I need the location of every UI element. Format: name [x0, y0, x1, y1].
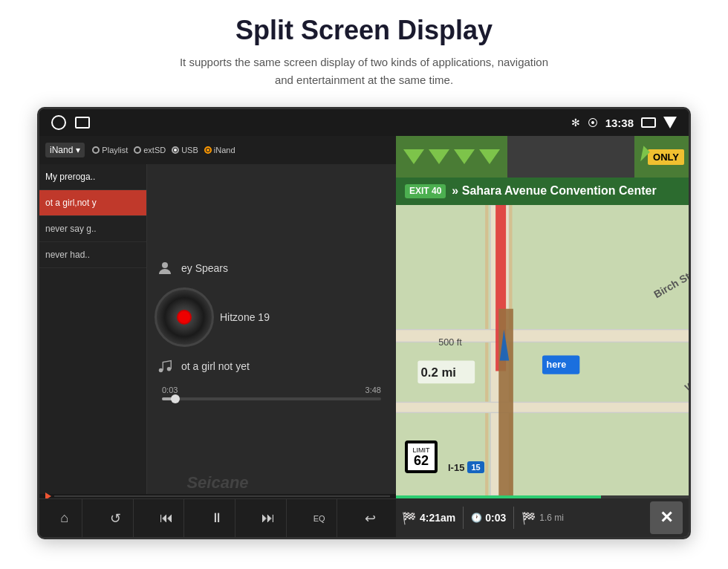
highway-badge: I-15 15	[448, 461, 484, 473]
artist-name: ey Spears	[181, 262, 228, 274]
radio-dot-extsd	[134, 146, 141, 154]
nav-down-arrow-1	[403, 149, 424, 164]
status-bar: ✻ ⦿ 13:38	[39, 109, 689, 136]
highway-shield: 15	[467, 461, 484, 473]
song-name: ot a girl not yet	[181, 360, 250, 372]
next-button[interactable]: ⏭	[251, 499, 287, 538]
nav-down-arrow-2	[429, 149, 449, 164]
device-frame: ✻ ⦿ 13:38 iNand ▾ Playlist	[37, 107, 691, 539]
progress-thumb[interactable]	[171, 394, 180, 403]
source-bar: iNand ▾ Playlist extSD USB	[39, 136, 396, 164]
source-option-label: extSD	[143, 146, 166, 155]
nav-direction-banner: ONLY	[396, 136, 689, 178]
source-option-inand[interactable]: iNand	[204, 146, 235, 155]
arrival-time-block: 🏁 4:21am	[402, 511, 455, 525]
window-icon	[641, 117, 656, 128]
map-area: here Birch St Westwood 500 ft 0.2 mi LIM…	[396, 205, 689, 495]
album-row: Hitzone 19	[155, 287, 389, 347]
source-option-extsd[interactable]: extSD	[134, 146, 166, 155]
person-icon	[155, 258, 175, 279]
status-left-icons	[51, 115, 90, 130]
music-player-panel: iNand ▾ Playlist extSD USB	[39, 136, 396, 537]
bluetooth-icon: ✻	[571, 117, 580, 129]
pause-button[interactable]: ⏸	[200, 499, 235, 538]
source-option-label: Playlist	[102, 146, 128, 155]
separator	[463, 507, 464, 529]
exit-banner: EXIT 40 » Sahara Avenue Convention Cente…	[396, 178, 689, 205]
nav-down-arrow-4	[479, 149, 500, 164]
source-options: Playlist extSD USB iNand	[92, 146, 235, 155]
trip-distance: 1.6 mi	[539, 513, 564, 523]
source-label: iNand	[50, 145, 73, 155]
nav-down-arrow-3	[454, 149, 475, 164]
nav-only-block: ONLY	[634, 136, 689, 178]
album-name: Hitzone 19	[220, 311, 270, 323]
svg-text:0.2 mi: 0.2 mi	[421, 365, 457, 379]
track-item[interactable]: never say g..	[39, 216, 146, 242]
svg-point-0	[162, 262, 168, 268]
exit-badge: EXIT 40	[405, 184, 446, 199]
eq-button[interactable]: EQ	[302, 499, 337, 538]
progress-bar[interactable]	[162, 397, 381, 400]
radio-dot-inand	[204, 146, 212, 154]
radio-dot-playlist	[92, 146, 100, 154]
progress-area: 0:03 3:48	[155, 386, 389, 400]
vinyl-disc	[155, 287, 214, 347]
source-dropdown[interactable]: iNand ▾	[45, 143, 85, 157]
exit-destination: » Sahara Avenue Convention Center	[452, 183, 680, 199]
only-badge: ONLY	[648, 149, 684, 165]
source-option-label: USB	[181, 146, 198, 155]
navigation-panel: ONLY EXIT 40 » Sahara Avenue Convention …	[396, 136, 689, 537]
player-controls: ⌂ ↺ ⏮ ⏸ ⏭ EQ ↩	[39, 498, 396, 537]
svg-rect-5	[485, 205, 488, 495]
repeat-button[interactable]: ↺	[98, 499, 134, 538]
player-center: ey Spears Hitzone 19	[147, 164, 396, 494]
total-time: 3:48	[365, 386, 381, 394]
track-list: My preroga.. ot a girl,not y never say g…	[39, 164, 147, 494]
nav-close-button[interactable]: ✕	[650, 501, 683, 534]
track-item[interactable]: ot a girl,not y	[39, 190, 146, 216]
arrival-time: 4:21am	[420, 512, 455, 524]
svg-rect-10	[498, 309, 513, 495]
map-svg: here Birch St Westwood 500 ft 0.2 mi	[396, 205, 689, 495]
progress-line	[54, 495, 390, 497]
image-icon	[75, 117, 90, 129]
main-split: iNand ▾ Playlist extSD USB	[39, 136, 689, 537]
location-icon: ⦿	[588, 117, 598, 129]
svg-point-1	[159, 368, 163, 373]
source-option-usb[interactable]: USB	[172, 146, 198, 155]
radio-dot-usb	[172, 146, 179, 154]
speed-limit-sign: LIMIT 62	[405, 440, 438, 473]
progress-times: 0:03 3:48	[162, 386, 381, 394]
seicane-watermark: Seicane	[186, 473, 248, 492]
svg-rect-8	[396, 402, 689, 412]
svg-text:here: here	[547, 360, 567, 370]
song-row: ot a girl not yet	[155, 356, 389, 377]
back-icon	[663, 117, 677, 129]
nav-bottom-bar: 🏁 4:21am 🕐 0:03 🏁 1.6 mi ✕	[396, 498, 689, 537]
track-item[interactable]: never had..	[39, 242, 146, 268]
chevron-down-icon: ▾	[76, 145, 80, 155]
playlist-area: My preroga.. ot a girl,not y never say g…	[39, 164, 396, 494]
nav-arrow-block	[396, 136, 507, 178]
artist-row: ey Spears	[155, 258, 389, 279]
highway-name: I-15	[448, 462, 464, 473]
flag-end-icon: 🏁	[521, 511, 536, 525]
source-option-playlist[interactable]: Playlist	[92, 146, 128, 155]
music-note-icon	[155, 356, 175, 377]
source-option-label: iNand	[214, 146, 235, 155]
page-title: Split Screen Display	[235, 15, 493, 46]
prev-button[interactable]: ⏮	[149, 499, 184, 538]
distance-block: 🏁 1.6 mi	[521, 511, 564, 525]
svg-text:500 ft: 500 ft	[438, 336, 462, 347]
page-subtitle: It supports the same screen display of t…	[171, 53, 557, 89]
home-button[interactable]: ⌂	[47, 499, 82, 538]
back-button[interactable]: ↩	[353, 499, 389, 538]
circle-icon	[51, 115, 66, 130]
track-item[interactable]: My preroga..	[39, 164, 146, 190]
status-time: 13:38	[605, 117, 634, 129]
status-right-icons: ✻ ⦿ 13:38	[571, 117, 677, 129]
svg-point-2	[167, 367, 172, 371]
trip-time: 0:03	[485, 512, 506, 524]
clock-icon: 🕐	[471, 513, 482, 523]
